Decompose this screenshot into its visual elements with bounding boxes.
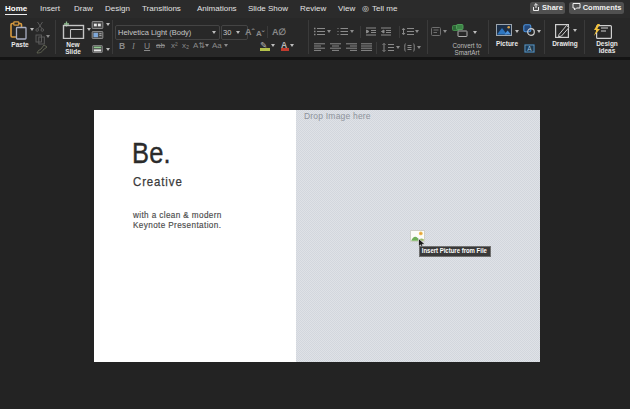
svg-text:A: A <box>527 45 532 52</box>
